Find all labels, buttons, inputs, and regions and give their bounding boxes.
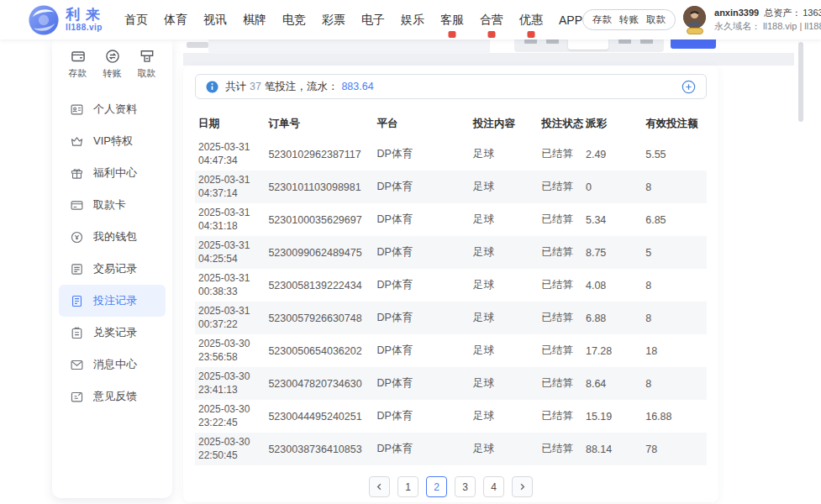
nav-item[interactable]: 棋牌 [243,0,266,39]
table-row[interactable]: 2025-03-30 23:22:45 5230044495240251 DP体… [195,400,707,433]
page-number-button[interactable]: 4 [483,476,504,497]
table-row[interactable]: 2025-03-31 04:31:18 5230100035629697 DP体… [195,203,707,236]
sidebar-item[interactable]: VIP特权 [52,125,172,157]
summary-count: 37 [250,81,261,92]
sidebar-item[interactable]: 兑奖记录 [52,317,172,349]
cell-order-number: 5230099062489475 [265,236,373,269]
sidebar-item[interactable]: 个人资料 [52,93,172,125]
nav-item[interactable]: 电子 [361,0,385,39]
nav-item[interactable]: 合营 [480,0,503,39]
table-row[interactable]: 2025-03-30 23:41:13 5230047820734630 DP体… [195,367,707,400]
cell-date: 2025-03-30 23:22:45 [195,400,265,433]
quick-action-link[interactable]: 存款 [592,13,612,26]
deposit-icon [70,48,87,65]
top-navbar: 利来 ll188.vip 首页 体育 视讯 棋牌 [0,0,821,39]
cell-date: 2025-03-31 00:37:22 [195,302,265,334]
plus-circle-icon[interactable] [682,80,696,94]
cell-platform: DP体育 [374,302,470,334]
sidebar-item[interactable]: 交易记录 [52,253,172,285]
cell-valid-amount: 8 [642,171,707,203]
cell-bet-status: 已结算 [539,171,582,203]
cell-order-number: 5230101103098981 [265,171,373,203]
page-number-button[interactable]: 3 [455,476,476,497]
quick-action-link[interactable]: 转账 [619,13,639,26]
quick-action-link[interactable]: 取款 [646,13,666,26]
vip-level-badge [687,28,703,34]
avatar-image [683,6,706,29]
nav-item[interactable]: 娱乐 [401,0,424,39]
cell-date: 2025-03-30 23:56:58 [195,334,265,367]
username: anxin3399 [714,7,759,20]
cell-valid-amount: 8 [642,269,707,302]
sidebar-item[interactable]: 投注记录 [59,285,166,317]
nav-item[interactable]: 优惠 [519,0,543,39]
table-header-cell: 投注内容 [470,109,539,138]
cell-date: 2025-03-30 23:41:13 [195,367,265,400]
cell-date: 2025-03-30 22:50:45 [195,433,265,465]
cell-order-number: 5230058139222434 [265,269,373,302]
cell-bet-content: 足球 [470,433,539,465]
table-row[interactable]: 2025-03-31 04:37:14 5230101103098981 DP体… [195,171,707,203]
sidebar-item[interactable]: 福利中心 [52,157,172,189]
domain-value: ll188.vip | ll188.... [763,20,821,34]
nav-item[interactable]: 视讯 [203,0,227,39]
user-info: anxin3399 总资产：1363.49元 永久域名： ll188.vip |… [714,7,821,34]
table-header-cell: 平台 [374,109,470,138]
sidebar-quick-action[interactable]: 存款 [69,48,87,80]
cell-date: 2025-03-31 04:31:18 [195,203,265,236]
brand-swirl-icon [28,4,60,36]
scrollbar[interactable] [798,42,803,122]
nav-item[interactable]: 体育 [164,0,187,39]
brand-title: 利来 [66,8,106,23]
sidebar-item[interactable]: 我的钱包 [52,221,172,253]
cell-order-number: 5230050654036202 [265,334,373,367]
brand-logo-block[interactable]: 利来 ll188.vip [28,4,106,36]
bet-records-panel: 共计 37 笔投注，流水： 883.64 日期 订单号 平台 投 [183,66,718,502]
cell-bet-status: 已结算 [539,367,582,400]
sidebar-item[interactable]: 意见反馈 [52,381,172,412]
cell-bet-status: 已结算 [539,433,582,465]
nav-item[interactable]: 客服 [440,0,464,39]
brand-domain: ll188.vip [66,23,106,32]
cell-date: 2025-03-31 04:25:54 [195,236,265,269]
cell-bet-status: 已结算 [539,302,582,334]
table-row[interactable]: 2025-03-31 00:38:33 5230058139222434 DP体… [195,269,707,302]
cell-order-number: 5230038736410853 [265,433,373,465]
cell-platform: DP体育 [374,203,470,236]
profile-icon [70,102,84,117]
sidebar-quick-action[interactable]: 取款 [138,48,156,80]
cell-bet-content: 足球 [470,269,539,302]
cell-payout: 4.08 [582,269,642,302]
bet-records-table: 日期 订单号 平台 投注内容 投注状态 派彩 有效投注额 [195,109,707,465]
nav-item[interactable]: APP [559,0,582,39]
withdraw-icon [139,48,155,65]
assets-label: 总资产： [764,7,801,20]
table-row[interactable]: 2025-03-31 04:25:54 5230099062489475 DP体… [195,236,707,269]
next-page-button[interactable] [512,476,533,497]
user-avatar[interactable] [683,6,707,34]
redeem-icon [70,326,84,340]
sidebar-quick-action[interactable]: 转账 [103,48,122,80]
page-number-button[interactable]: 1 [397,476,418,497]
nav-item[interactable]: 电竞 [282,0,306,39]
cell-bet-content: 足球 [470,367,539,400]
pagination: 1 2 3 4 [195,476,707,497]
cell-date: 2025-03-31 04:47:34 [195,138,265,171]
table-row[interactable]: 2025-03-31 00:37:22 5230057926630748 DP体… [195,302,707,334]
cell-bet-content: 足球 [470,171,539,203]
nav-item[interactable]: 首页 [124,0,148,39]
filter-label [187,42,208,48]
table-row[interactable]: 2025-03-30 23:56:58 5230050654036202 DP体… [195,334,707,367]
cell-payout: 17.28 [582,334,642,367]
table-header-cell: 派彩 [582,109,642,138]
page-number-button[interactable]: 2 [426,476,447,497]
nav-item[interactable]: 彩票 [322,0,345,39]
sidebar-item[interactable]: 取款卡 [52,189,172,221]
summary-bar: 共计 37 笔投注，流水： 883.64 [195,74,707,99]
table-row[interactable]: 2025-03-31 04:47:34 5230102962387117 DP体… [195,138,707,171]
table-header-cell: 日期 [195,109,265,138]
prev-page-button[interactable] [369,476,390,497]
cell-order-number: 5230047820734630 [265,367,373,400]
table-row[interactable]: 2025-03-30 22:50:45 5230038736410853 DP体… [195,433,707,465]
sidebar-item[interactable]: 消息中心 [52,349,172,381]
